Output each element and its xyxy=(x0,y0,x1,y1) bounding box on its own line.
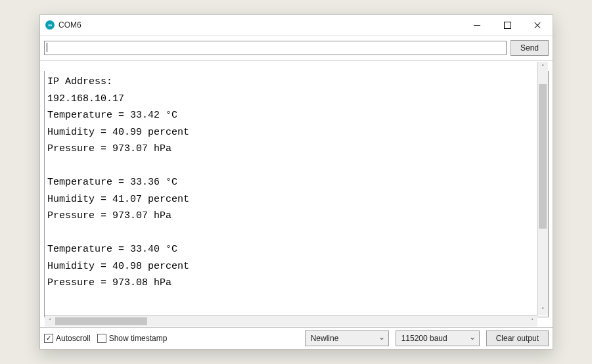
show-timestamp-label: Show timestamp xyxy=(109,334,168,343)
titlebar: ∞ COM6 xyxy=(40,15,553,35)
maximize-button[interactable] xyxy=(492,15,522,35)
checkbox-icon xyxy=(97,334,106,343)
clear-output-button[interactable]: Clear output xyxy=(486,330,549,346)
serial-input[interactable] xyxy=(44,41,507,55)
autoscroll-checkbox[interactable]: Autoscroll xyxy=(44,334,91,343)
close-icon xyxy=(534,21,541,29)
minimize-icon xyxy=(474,25,480,26)
horizontal-scrollbar[interactable]: ˂ ˃ xyxy=(45,315,537,327)
serial-output: IP Address: 192.168.10.17 Temperature = … xyxy=(44,71,549,317)
baud-rate-value: 115200 baud xyxy=(401,334,447,343)
serial-monitor-window: ∞ COM6 Send IP Address: 192.168.10.17 Te… xyxy=(39,14,553,350)
scroll-up-icon[interactable]: ˄ xyxy=(537,62,548,72)
input-toolbar: Send xyxy=(40,35,553,61)
v-scroll-thumb[interactable] xyxy=(539,84,547,229)
statusbar: Autoscroll Show timestamp Newline 115200… xyxy=(40,327,553,349)
line-ending-select[interactable]: Newline xyxy=(305,330,389,346)
scroll-left-icon[interactable]: ˂ xyxy=(45,316,55,327)
line-ending-value: Newline xyxy=(311,334,339,343)
baud-rate-select[interactable]: 115200 baud xyxy=(396,330,480,346)
show-timestamp-checkbox[interactable]: Show timestamp xyxy=(97,334,168,343)
arduino-icon: ∞ xyxy=(45,20,55,30)
window-title: COM6 xyxy=(58,20,81,30)
send-button[interactable]: Send xyxy=(511,40,549,56)
scroll-down-icon[interactable]: ˅ xyxy=(537,305,548,315)
scroll-right-icon[interactable]: ˃ xyxy=(527,316,537,327)
vertical-scrollbar[interactable]: ˄ ˅ xyxy=(537,62,548,315)
maximize-icon xyxy=(504,22,511,29)
autoscroll-label: Autoscroll xyxy=(56,334,91,343)
minimize-button[interactable] xyxy=(462,15,492,35)
h-scroll-thumb[interactable] xyxy=(55,317,147,325)
checkbox-icon xyxy=(44,334,53,343)
text-caret xyxy=(47,43,47,52)
console-wrap: IP Address: 192.168.10.17 Temperature = … xyxy=(40,61,553,327)
close-button[interactable] xyxy=(522,15,553,35)
